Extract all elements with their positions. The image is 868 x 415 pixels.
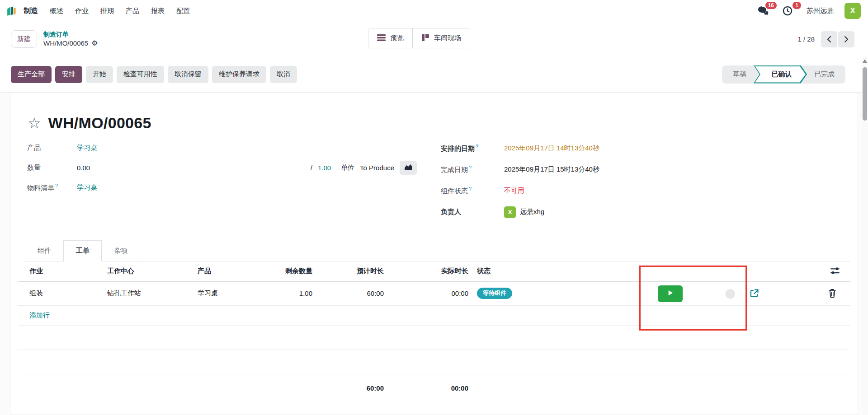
play-icon <box>667 289 674 298</box>
tab-components[interactable]: 组件 <box>25 240 63 261</box>
cell-expected-duration[interactable]: 60:00 <box>314 281 386 305</box>
messages-button[interactable]: 16 <box>758 5 771 17</box>
gear-icon[interactable]: ⚙ <box>91 40 98 47</box>
help-marker: ? <box>469 165 472 170</box>
breadcrumb-parent-link[interactable]: 制造订单 <box>43 30 98 39</box>
new-button[interactable]: 新建 <box>11 30 37 48</box>
field-responsible-label: 负责人 <box>441 208 504 216</box>
company-name[interactable]: 苏州远鼎 <box>807 7 834 15</box>
field-deadline-label: 完成日期? <box>441 165 504 174</box>
field-component-status-label: 组件状态? <box>441 186 504 196</box>
uom-value[interactable]: To Produce <box>360 164 394 172</box>
cell-remaining[interactable]: 1.00 <box>270 281 314 305</box>
table-header-row: 作业 工作中心 产品 剩余数量 预计时长 实际时长 状态 <box>18 261 850 281</box>
sliders-icon[interactable] <box>830 266 840 275</box>
col-header-product[interactable]: 产品 <box>198 261 270 281</box>
help-marker: ? <box>476 144 479 149</box>
plan-button[interactable]: 安排 <box>55 66 82 83</box>
empty-row <box>18 350 850 374</box>
workorder-row[interactable]: 组装 钻孔工作站 学习桌 1.00 60:00 00:00 等待组件 <box>18 281 850 305</box>
app-logo-icon[interactable] <box>6 5 19 17</box>
trash-icon[interactable] <box>828 289 836 298</box>
top-navbar: 制造 概述 作业 排期 产品 报表 配置 16 1 苏州远鼎 X <box>0 0 868 22</box>
field-scheduled-date: 安排的日期? 2025年09月17日 14时13分40秒 <box>441 138 858 159</box>
field-bom-label: 物料清单? <box>27 183 77 192</box>
view-button-list-label: 预览 <box>390 34 404 42</box>
form-sheet: ☆ WH/MO/00065 产品 学习桌 数量 0.00 / 1.00 单位 T… <box>10 93 858 415</box>
view-button-list[interactable]: 预览 <box>368 28 412 48</box>
nav-item-planning[interactable]: 排期 <box>100 7 114 15</box>
field-deadline-value[interactable]: 2025年09月17日 15时13分40秒 <box>504 165 599 174</box>
cell-operation[interactable]: 组装 <box>18 281 107 305</box>
col-header-workcenter[interactable]: 工作中心 <box>107 261 198 281</box>
col-header-state[interactable]: 状态 <box>470 261 561 281</box>
activities-badge: 1 <box>793 2 801 9</box>
tab-workorders[interactable]: 工单 <box>63 240 102 261</box>
cell-real-duration[interactable]: 00:00 <box>386 281 470 305</box>
pager-value: 1 / 28 <box>797 35 815 43</box>
cell-product[interactable]: 学习桌 <box>198 281 270 305</box>
start-workorder-button[interactable] <box>658 285 683 302</box>
status-step-confirmed[interactable]: 已确认 <box>754 65 807 84</box>
cancel-button[interactable]: 取消 <box>270 66 297 83</box>
pager-previous-button[interactable] <box>821 31 837 47</box>
workorder-table: 作业 工作中心 产品 剩余数量 预计时长 实际时长 状态 <box>18 261 850 402</box>
scrollbar-up-arrow-icon[interactable] <box>863 59 867 63</box>
workorder-done-radio[interactable] <box>726 289 735 298</box>
scrollbar-thumb[interactable] <box>863 67 867 121</box>
status-badge: 等待组件 <box>477 288 512 299</box>
totals-row: 60:00 00:00 <box>18 374 850 402</box>
add-line-link[interactable]: 添加行 <box>29 311 50 319</box>
field-quantity: 数量 0.00 / 1.00 单位 To Produce <box>27 158 417 177</box>
field-component-status-value: 不可用 <box>504 187 524 195</box>
nav-item-operations[interactable]: 作业 <box>75 7 89 15</box>
help-marker: ? <box>55 183 58 188</box>
total-real-duration: 00:00 <box>386 374 470 402</box>
quantity-total[interactable]: 1.00 <box>318 164 331 172</box>
field-responsible-value[interactable]: 远鼎xhg <box>520 208 544 216</box>
view-switcher: 预览 车间现场 <box>368 28 470 48</box>
status-step-draft[interactable]: 草稿 <box>726 70 754 79</box>
produce-all-button[interactable]: 生产全部 <box>11 66 52 83</box>
messages-badge: 16 <box>765 2 777 9</box>
field-responsible: 负责人 X 远鼎xhg <box>441 201 858 223</box>
control-panel: 新建 制造订单 WH/MO/00065 ⚙ 预览 <box>0 22 868 56</box>
app-menu-manufacturing[interactable]: 制造 <box>24 6 38 16</box>
nav-item-reporting[interactable]: 报表 <box>151 7 165 15</box>
activities-button[interactable]: 1 <box>782 5 796 17</box>
forecast-chart-button[interactable] <box>400 161 417 175</box>
field-scheduled-date-value[interactable]: 2025年09月17日 14时13分40秒 <box>504 144 599 153</box>
uom-label: 单位 <box>341 163 354 172</box>
breadcrumb-current: WH/MO/00065 <box>43 39 88 48</box>
empty-row <box>18 325 850 350</box>
quantity-slash: / <box>311 164 312 172</box>
field-component-status: 组件状态? 不可用 <box>441 180 858 201</box>
start-button[interactable]: 开始 <box>86 66 113 83</box>
check-availability-button[interactable]: 检查可用性 <box>117 66 164 83</box>
view-button-shopfloor[interactable]: 车间现场 <box>412 28 470 48</box>
add-line-row: 添加行 <box>18 305 850 325</box>
nav-item-overview[interactable]: 概述 <box>50 7 63 15</box>
maintenance-request-button[interactable]: 维护保养请求 <box>212 66 266 83</box>
star-icon[interactable]: ☆ <box>28 116 41 131</box>
user-avatar[interactable]: X <box>844 3 861 19</box>
field-product-value[interactable]: 学习桌 <box>77 144 97 152</box>
cell-workcenter[interactable]: 钻孔工作站 <box>107 281 198 305</box>
pager-next-button[interactable] <box>838 31 854 47</box>
status-step-done[interactable]: 已完成 <box>807 70 842 79</box>
col-header-real-duration[interactable]: 实际时长 <box>386 261 470 281</box>
responsible-avatar[interactable]: X <box>504 206 516 218</box>
status-step-confirmed-label: 已确认 <box>755 66 806 83</box>
scrollbar[interactable] <box>862 56 868 415</box>
external-link-icon[interactable] <box>750 289 759 298</box>
nav-item-products[interactable]: 产品 <box>126 7 139 15</box>
field-bom-value[interactable]: 学习桌 <box>77 183 97 192</box>
status-steps: 草稿 已确认 已完成 <box>722 65 845 84</box>
col-header-remaining[interactable]: 剩余数量 <box>270 261 314 281</box>
unreserve-button[interactable]: 取消保留 <box>168 66 208 83</box>
col-header-expected-duration[interactable]: 预计时长 <box>314 261 386 281</box>
nav-item-configuration[interactable]: 配置 <box>176 7 190 15</box>
col-header-operation[interactable]: 作业 <box>18 261 107 281</box>
field-quantity-value[interactable]: 0.00 <box>77 164 90 172</box>
tab-miscellaneous[interactable]: 杂项 <box>102 240 140 261</box>
